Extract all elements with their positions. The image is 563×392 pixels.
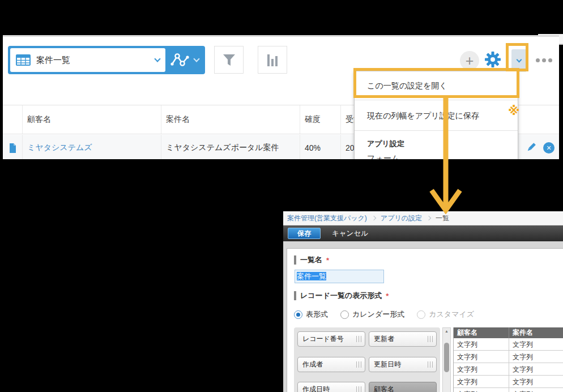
preview-header-row: 顧客名 案件名 — [454, 327, 563, 338]
list-name-value: 案件一覧 — [297, 272, 326, 280]
table-grid-icon — [16, 54, 31, 66]
settings-action-bar: 保存 キャンセル — [283, 225, 563, 241]
field-chip-updated-at[interactable]: 更新日時 — [369, 357, 437, 372]
document-icon[interactable] — [9, 143, 16, 153]
view-selector[interactable]: 案件一覧 — [8, 46, 205, 74]
graph-button[interactable] — [258, 46, 287, 74]
list-name-label: 一覧名 — [300, 255, 322, 265]
cell-probability: 40% — [300, 135, 341, 159]
radio-customize: カスタマイズ — [417, 309, 474, 319]
field-chip-created-at[interactable]: 作成日時 — [297, 382, 365, 392]
line-chart-icon — [169, 53, 190, 67]
radio-calendar-format[interactable]: カレンダー形式 — [340, 309, 404, 319]
preview-header-case: 案件名 — [509, 327, 563, 338]
preview-row: 文字列文字列 — [454, 338, 563, 351]
field-layout-area: レコード番号 更新者 作成者 更新日時 作成日時 顧客名 部署名 担当者名 案件… — [294, 327, 563, 392]
list-settings-panel: 案件管理(営業支援パック) アプリの設定 一覧 保存 キャンセル 一覧名 * 案… — [283, 211, 563, 392]
radio-label: カレンダー形式 — [352, 309, 404, 319]
drag-handle-icon[interactable] — [428, 361, 433, 368]
edit-pencil-icon[interactable] — [525, 142, 536, 154]
settings-gear-button[interactable] — [483, 50, 502, 69]
cancel-button[interactable]: キャンセル — [332, 229, 368, 238]
field-chip-record-number[interactable]: レコード番号 — [297, 331, 365, 347]
preview-header-customer: 顧客名 — [454, 327, 509, 338]
preview-row: 文字列文字列 — [454, 388, 563, 392]
breadcrumb: 案件管理(営業支援パック) アプリの設定 一覧 — [283, 211, 563, 225]
available-fields-list: レコード番号 更新者 作成者 更新日時 作成日時 顧客名 部署名 担当者名 案件… — [294, 327, 440, 392]
required-mark: * — [386, 292, 389, 300]
header-icon-column — [3, 105, 23, 134]
column-header-case[interactable]: 案件名 — [161, 105, 300, 134]
chevron-down-icon — [154, 56, 160, 62]
chevron-right-icon — [372, 216, 376, 220]
annotation-note-mark: ※ — [508, 104, 519, 118]
required-mark: * — [326, 256, 329, 265]
analytics-button[interactable] — [165, 53, 203, 67]
view-selector-value: 案件一覧 — [36, 55, 155, 66]
list-preview-table: 顧客名 案件名 文字列文字列 文字列文字列 文字列文字列 文字列文字列 文字列文… — [453, 327, 563, 392]
view-select-box[interactable]: 案件一覧 — [10, 48, 165, 72]
radio-selected-icon — [294, 310, 302, 319]
breadcrumb-app-link[interactable]: 案件管理(営業支援パック) — [287, 214, 367, 223]
radio-label: カスタマイズ — [429, 309, 474, 319]
preview-row: 文字列文字列 — [454, 363, 563, 376]
preview-row: 文字列文字列 — [454, 376, 563, 388]
list-name-input[interactable]: 案件一覧 — [295, 270, 384, 283]
label-bar — [294, 255, 296, 265]
chevron-right-icon — [426, 216, 431, 220]
column-header-probability[interactable]: 確度 — [300, 105, 341, 134]
bar-chart-icon — [267, 54, 278, 66]
radio-unselected-icon — [340, 310, 349, 319]
filter-button[interactable] — [214, 46, 244, 74]
scrollbar-thumb[interactable] — [444, 343, 449, 372]
cell-case-name: ミヤタシステムズポータル案件 — [161, 135, 300, 159]
drag-handle-icon[interactable] — [356, 386, 361, 392]
radio-label: 表形式 — [306, 309, 328, 319]
field-chip-created-by[interactable]: 作成者 — [297, 357, 365, 372]
annotation-arrow-down — [428, 97, 465, 214]
annotation-highlight-menu-item — [353, 68, 519, 98]
add-record-button[interactable]: + — [460, 51, 479, 70]
chevron-down-icon — [193, 56, 199, 62]
field-list-scrollbar[interactable]: ▲ — [442, 327, 451, 392]
column-header-customer[interactable]: 顧客名 — [23, 105, 161, 134]
breadcrumb-current: 一覧 — [436, 214, 449, 223]
drag-handle-icon[interactable] — [356, 361, 361, 368]
display-format-label-row: レコード一覧の表示形式 * — [294, 291, 563, 301]
label-bar — [294, 291, 296, 300]
display-format-label: レコード一覧の表示形式 — [300, 291, 382, 301]
funnel-icon — [223, 54, 236, 66]
preview-row: 文字列文字列 — [454, 351, 563, 363]
field-chip-updated-by[interactable]: 更新者 — [369, 331, 437, 347]
ellipsis-icon — [536, 58, 540, 62]
record-link[interactable]: ミヤタシステムズ — [27, 143, 92, 153]
breadcrumb-app-settings-link[interactable]: アプリの設定 — [381, 214, 422, 223]
drag-handle-icon[interactable] — [356, 336, 361, 342]
list-name-label-row: 一覧名 * — [294, 255, 563, 265]
triangle-up-icon[interactable]: ▲ — [443, 329, 450, 333]
drag-handle-icon[interactable] — [428, 336, 433, 342]
annotation-highlight-toggle — [506, 43, 528, 71]
radio-table-format[interactable]: 表形式 — [294, 309, 328, 319]
settings-form-card: 一覧名 * 案件一覧 レコード一覧の表示形式 * 表形式 カレンダー形式 カスタ… — [287, 248, 563, 392]
plus-icon: + — [466, 54, 474, 68]
radio-disabled-icon — [417, 310, 425, 319]
save-button[interactable]: 保存 — [288, 228, 321, 239]
display-format-options: 表形式 カレンダー形式 カスタマイズ — [294, 309, 563, 319]
more-options-button[interactable] — [536, 58, 552, 62]
field-chip-customer-used: 顧客名 — [369, 382, 437, 392]
remove-record-icon[interactable]: ✕ — [543, 142, 555, 154]
